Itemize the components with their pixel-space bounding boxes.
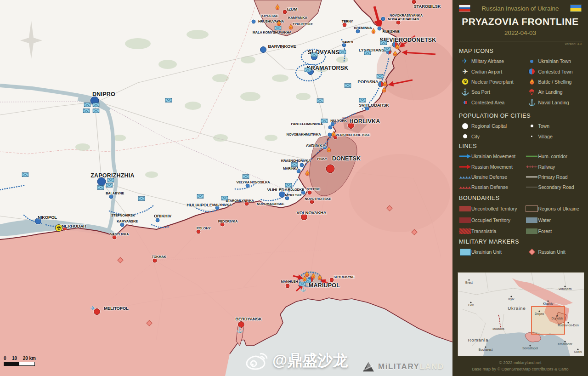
legend-item-label: Ukraine Defense — [471, 174, 507, 180]
inset-label: Voronezh — [559, 287, 572, 291]
city-label: MYKILSKE — [285, 193, 302, 197]
legend-row: Contested Area — [459, 97, 526, 108]
city-label: BERDYANSK — [235, 316, 262, 321]
map-markers: STAROBILSKIZUMTOPOLSKEKAMYANKATYKHOTSKEH… — [0, 0, 452, 376]
legend-sidebar: Russian Invasion of Ukraine PRYAZOVIA FR… — [452, 0, 588, 376]
brand-land: LAND — [419, 362, 444, 371]
city-label: BALABYNE — [106, 191, 124, 195]
air-landing-icon — [526, 89, 538, 95]
ukrainian-unit-marker — [221, 196, 228, 200]
ukrainian-town-icon — [526, 60, 538, 63]
city-label: ENERHODAR — [59, 223, 86, 228]
city-label: POLOHY — [197, 226, 210, 230]
city-label: VELYKA NOVOSILKA — [237, 180, 270, 184]
inset-label: Sochi — [574, 350, 582, 353]
ukrainian-unit-marker — [93, 108, 100, 113]
city-label: PANTELEIMONIVKA — [291, 122, 323, 126]
legend-item-label: Town — [538, 123, 549, 129]
legend-row: Ukrainian Movement — [459, 151, 526, 161]
city-label: YAMPIL — [342, 40, 354, 44]
legend-item-label: Ukrainian Town — [538, 58, 571, 64]
legend-item-label: Uncontrolled Territory — [471, 206, 517, 211]
legend-item-label: Hum. corridor — [538, 154, 567, 159]
russia-flag-icon — [459, 5, 470, 12]
map-title: PRYAZOVIA FRONTLINE — [452, 16, 588, 27]
scale-20km: 20 km — [23, 356, 36, 361]
section-title: BOUNDARIES — [459, 195, 584, 201]
mountain-icon — [362, 361, 375, 372]
ukrainian-unit-marker — [291, 162, 298, 167]
war-title: Russian Invasion of Ukraine — [481, 5, 559, 12]
battle-shelling-marker — [395, 44, 400, 50]
city-label: DNIPRO — [92, 91, 115, 97]
contested-area-icon — [459, 100, 471, 105]
city-dot-barvinkove — [260, 46, 266, 53]
legend-row: Village — [526, 131, 584, 141]
watermark-text: @鼎盛沙龙 — [272, 350, 348, 371]
legend-row: Ukrainian Town — [526, 56, 584, 66]
sw-occupied-icon — [459, 217, 471, 223]
city-dot-rubizhne — [378, 27, 382, 31]
legend-row: Forest — [526, 226, 584, 237]
inset-label: Dnipro — [535, 312, 544, 316]
section-title: MAP ICONS — [459, 48, 584, 54]
battle-shelling-marker — [288, 24, 294, 30]
city-label: HORLIVKA — [350, 118, 380, 125]
pop-city-icon — [459, 134, 471, 138]
legend-item-label: Sea Port — [471, 89, 490, 95]
city-dot-nova-astrakhan — [396, 21, 401, 25]
battle-shelling-icon — [526, 79, 538, 85]
city-label: STEPNOHIRSK — [111, 213, 135, 217]
battle-shelling-marker — [275, 4, 280, 10]
ukrainian-unit-marker — [285, 183, 292, 188]
ukraine-flag-icon — [570, 5, 582, 12]
section-population: POPULATION OF CITIES Regional CapitalCit… — [459, 113, 584, 142]
battle-shelling-marker — [393, 51, 398, 57]
ukrainian-unit-marker — [317, 98, 324, 103]
city-label: NIU-YORK — [330, 119, 346, 123]
city-label: VASYLIVKA — [110, 232, 129, 236]
basemap-credit: Base map by © OpenStreetMap contributors… — [452, 366, 588, 372]
legend-row: Secondary Road — [526, 182, 584, 192]
ukrainian-unit-marker — [377, 74, 384, 79]
map-header: Russian Invasion of Ukraine PRYAZOVIA FR… — [452, 0, 588, 41]
legend-row: Uncontrolled Territory — [459, 203, 526, 214]
legend-item-label: Air Landing — [538, 89, 562, 95]
legend-row: Russian Unit — [526, 247, 584, 257]
inset-label: Moldova — [492, 327, 504, 330]
unit-ru-icon — [526, 248, 538, 256]
city-label: FEDORIVKA — [218, 219, 237, 223]
ukrainian-unit-marker — [93, 103, 100, 107]
map-date: 2022-04-03 — [452, 29, 588, 36]
sea-port-marker: ⚓ — [300, 286, 307, 291]
city-label: RUBIZHNE — [382, 29, 399, 34]
ukrainian-unit-marker — [243, 174, 249, 179]
legend-item-label: Nuclear Powerplant — [471, 79, 514, 85]
ukrainian-unit-marker — [321, 119, 328, 123]
battle-shelling-marker — [331, 131, 336, 137]
ukrainian-unit-marker — [107, 178, 114, 182]
city-label: VOLNOVAKHA — [297, 210, 327, 215]
ukrainian-unit-marker — [138, 196, 145, 201]
version-label: version: 3.0 — [565, 42, 582, 46]
legend-item-label: Naval Landing — [538, 100, 569, 105]
inset-label: Ukraine — [508, 306, 526, 311]
legend-row: ⚓Sea Port — [459, 87, 526, 97]
military-airbase-marker: ✈ — [90, 305, 96, 311]
city-dot-vuhledar — [279, 191, 285, 198]
sw-uncontrolled-icon — [459, 206, 471, 211]
city-label: MELITOPOL — [104, 306, 128, 311]
city-dot-manhush — [286, 284, 290, 288]
section-boundaries: BOUNDARIES Uncontrolled TerritoryOccupie… — [459, 195, 584, 237]
divider — [458, 41, 582, 41]
city-dot-orikhiv — [156, 218, 160, 222]
city-label: POPASNA — [358, 79, 379, 84]
city-label: NOVA ASTRAKHAN — [388, 17, 418, 21]
city-label: NOVOBAKHMUTIVKA — [287, 132, 321, 137]
ukrainian-unit-marker — [345, 83, 351, 88]
city-label: TYKHOTSKE — [293, 22, 313, 26]
pop-town-icon — [526, 125, 538, 127]
sw-water-icon — [526, 217, 538, 223]
secondary-road-icon — [526, 185, 538, 189]
battle-shelling-marker — [311, 273, 316, 279]
